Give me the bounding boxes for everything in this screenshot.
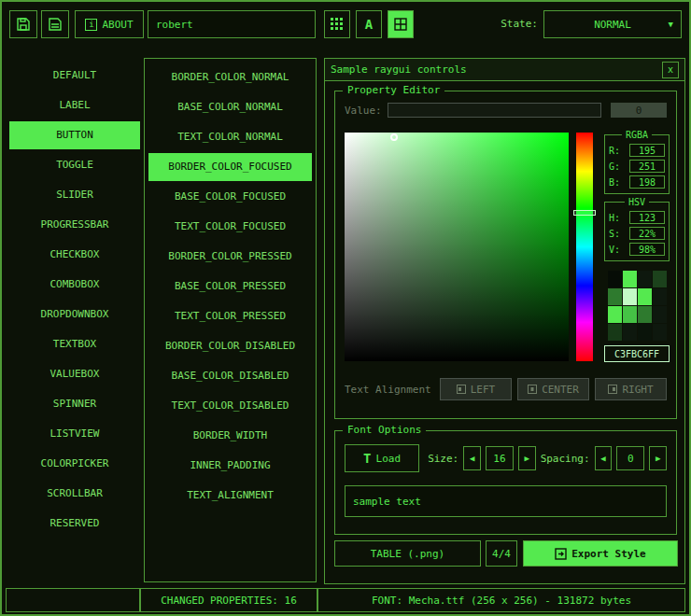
color-swatch[interactable]	[608, 288, 622, 305]
saturation-value-box[interactable]: 22%	[629, 227, 665, 240]
control-list-item[interactable]: PROGRESSBAR	[9, 211, 140, 239]
font-spacing-increase-button[interactable]: ▶	[649, 446, 667, 470]
color-picker-panel[interactable]	[345, 133, 569, 361]
export-style-button[interactable]: Export Style	[523, 540, 678, 567]
export-row: TABLE (.png) 4/4 Export Style	[334, 540, 677, 567]
text-alignment-label: Text Alignment	[345, 384, 434, 396]
property-list-item[interactable]: TEXT_COLOR_NORMAL	[148, 123, 312, 151]
value-box[interactable]: 0	[611, 103, 667, 118]
property-list-item[interactable]: TEXT_COLOR_FOCUSED	[148, 213, 312, 241]
hue-slider[interactable]	[576, 133, 593, 361]
property-list-item[interactable]: BASE_COLOR_FOCUSED	[148, 183, 312, 211]
export-format-dropdown[interactable]: TABLE (.png)	[334, 540, 481, 567]
color-swatch[interactable]	[638, 288, 652, 305]
value-row: Value: 0	[345, 102, 667, 119]
style-color-grid	[608, 271, 668, 341]
font-spacing-value-box[interactable]: 0	[616, 446, 644, 470]
green-row: G: 251	[609, 159, 665, 174]
control-list-item[interactable]: LISTVIEW	[9, 420, 140, 448]
property-list-item[interactable]: BORDER_COLOR_DISABLED	[148, 332, 312, 360]
color-picker-cursor[interactable]	[390, 133, 398, 141]
font-view-button[interactable]: A	[356, 10, 382, 38]
control-list-item[interactable]: SCROLLBAR	[9, 480, 140, 508]
green-value-box[interactable]: 251	[629, 160, 665, 173]
blue-value-box[interactable]: 198	[629, 175, 665, 189]
color-swatch[interactable]	[638, 306, 652, 323]
property-list-item[interactable]: BORDER_COLOR_FOCUSED	[148, 153, 312, 181]
properties-list: BORDER_COLOR_NORMALBASE_COLOR_NORMALTEXT…	[144, 58, 317, 582]
color-swatch[interactable]	[623, 324, 637, 341]
align-left-label: LEFT	[471, 384, 496, 396]
hue-slider-cursor[interactable]	[573, 210, 596, 216]
property-list-item[interactable]: INNER_PADDING	[148, 452, 312, 480]
property-list-item[interactable]: TEXT_ALIGNMENT	[148, 482, 312, 510]
rgba-group: RGBA R: 195 G: 251 B: 198	[604, 134, 670, 194]
color-swatch[interactable]	[638, 324, 652, 341]
color-swatch[interactable]	[608, 271, 622, 287]
control-list-item[interactable]: BUTTON	[9, 121, 140, 149]
property-list-item[interactable]: TEXT_COLOR_DISABLED	[148, 392, 312, 420]
property-list-item[interactable]: BORDER_COLOR_NORMAL	[148, 63, 312, 91]
value-slider[interactable]	[388, 103, 601, 118]
property-list-item[interactable]: BASE_COLOR_PRESSED	[148, 273, 312, 301]
control-list-item[interactable]: TEXTBOX	[9, 330, 140, 358]
about-button[interactable]: i ABOUT	[75, 10, 144, 38]
color-swatch[interactable]	[638, 271, 652, 287]
control-list-item[interactable]: SLIDER	[9, 181, 140, 209]
info-icon: i	[85, 19, 97, 31]
color-swatch[interactable]	[653, 324, 667, 341]
status-changed-properties: CHANGED PROPERTIES: 16	[140, 588, 317, 612]
color-swatch[interactable]	[653, 288, 667, 305]
control-list-item[interactable]: DEFAULT	[9, 62, 140, 90]
font-size-decrease-button[interactable]: ◀	[463, 446, 481, 470]
font-icon: A	[365, 17, 373, 32]
blue-row: B: 198	[609, 175, 665, 189]
property-list-item[interactable]: BORDER_WIDTH	[148, 422, 312, 450]
font-spacing-decrease-button[interactable]: ◀	[595, 446, 613, 470]
style-table-view-button[interactable]	[388, 10, 414, 38]
grid-view-button[interactable]	[324, 10, 350, 38]
font-load-button[interactable]: T Load	[345, 444, 419, 472]
hue-value-box[interactable]: 123	[629, 211, 665, 224]
style-name-input[interactable]	[148, 10, 316, 38]
align-center-button[interactable]: CENTER	[517, 378, 589, 400]
state-label: State:	[469, 10, 538, 38]
red-value-box[interactable]: 195	[629, 144, 665, 157]
font-sample-text-input[interactable]	[345, 485, 667, 517]
control-list-item[interactable]: TOGGLE	[9, 151, 140, 179]
close-icon[interactable]: x	[662, 62, 679, 78]
font-size-value-box[interactable]: 16	[486, 446, 514, 470]
property-list-item[interactable]: BORDER_COLOR_PRESSED	[148, 243, 312, 271]
color-swatch[interactable]	[653, 306, 667, 323]
align-right-button[interactable]: RIGHT	[595, 378, 667, 400]
font-options-row: T Load Size: ◀ 16 ▶ Spacing: ◀ 0 ▶	[345, 444, 667, 472]
hex-color-box[interactable]: C3FBC6FF	[604, 345, 670, 362]
control-list-item[interactable]: COMBOBOX	[9, 271, 140, 299]
save-as-icon	[48, 17, 63, 32]
property-list-item[interactable]: TEXT_COLOR_PRESSED	[148, 302, 312, 330]
saturation-label: S:	[609, 229, 620, 239]
save-style-button[interactable]	[9, 10, 37, 38]
control-list-item[interactable]: VALUEBOX	[9, 360, 140, 388]
state-dropdown[interactable]: NORMAL ▼	[543, 10, 682, 38]
control-list-item[interactable]: DROPDOWNBOX	[9, 301, 140, 329]
control-list-item[interactable]: COLORPICKER	[9, 450, 140, 478]
property-list-item[interactable]: BASE_COLOR_NORMAL	[148, 93, 312, 121]
save-as-button[interactable]	[41, 10, 69, 38]
color-swatch[interactable]	[623, 271, 637, 287]
color-swatch[interactable]	[623, 306, 637, 323]
value-hsv-value-box[interactable]: 98%	[629, 243, 665, 256]
control-list-item[interactable]: RESERVED	[9, 510, 140, 538]
color-swatch[interactable]	[608, 324, 622, 341]
pages-value-box[interactable]: 4/4	[486, 540, 517, 567]
font-size-increase-button[interactable]: ▶	[518, 446, 536, 470]
control-list-item[interactable]: SPINNER	[9, 390, 140, 418]
property-list-item[interactable]: BASE_COLOR_DISABLED	[148, 362, 312, 390]
control-list-item[interactable]: LABEL	[9, 91, 140, 119]
control-list-item[interactable]: CHECKBOX	[9, 241, 140, 269]
value-label: Value:	[345, 105, 388, 117]
color-swatch[interactable]	[653, 271, 667, 287]
align-left-button[interactable]: LEFT	[440, 378, 512, 400]
color-swatch[interactable]	[608, 306, 622, 323]
color-swatch[interactable]	[623, 288, 637, 305]
